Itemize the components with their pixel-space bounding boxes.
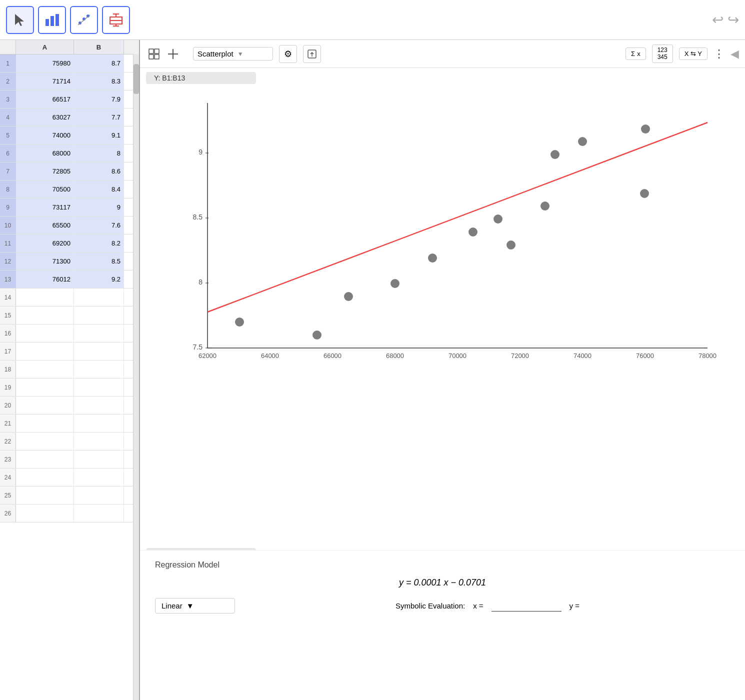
cell-a[interactable]: 73117 — [16, 198, 74, 216]
cell-a[interactable]: 76012 — [16, 270, 74, 288]
chart-type-dropdown[interactable]: Scatterplot ▼ — [193, 47, 273, 60]
cell-a[interactable]: 72805 — [16, 162, 74, 180]
cell-b[interactable]: 7.7 — [74, 108, 124, 126]
cell-a[interactable] — [16, 306, 74, 324]
cell-a[interactable] — [16, 486, 74, 504]
cell-b[interactable] — [74, 342, 124, 360]
cell-a[interactable] — [16, 288, 74, 306]
cell-b[interactable]: 8 — [74, 144, 124, 162]
scatter-tool-button[interactable] — [70, 6, 98, 34]
cell-b[interactable]: 7.6 — [74, 216, 124, 234]
settings-button[interactable]: ⚙ — [279, 45, 297, 63]
cell-a[interactable] — [16, 450, 74, 468]
cell-b[interactable]: 9.2 — [74, 270, 124, 288]
cell-b[interactable]: 7.9 — [74, 90, 124, 108]
cell-a[interactable] — [16, 396, 74, 414]
cell-a[interactable] — [16, 360, 74, 378]
table-row[interactable]: 11 69200 8.2 — [0, 234, 139, 252]
table-row[interactable]: 12 71300 8.5 — [0, 252, 139, 270]
more-options-button[interactable]: ⋮ — [714, 48, 724, 60]
cell-a[interactable]: 71714 — [16, 72, 74, 90]
table-row[interactable]: 15 — [0, 306, 139, 324]
table-row[interactable]: 18 — [0, 360, 139, 378]
cell-b[interactable] — [74, 306, 124, 324]
cell-b[interactable]: 9 — [74, 198, 124, 216]
table-row[interactable]: 17 — [0, 342, 139, 360]
cell-a[interactable] — [16, 432, 74, 450]
cell-a[interactable]: 71300 — [16, 252, 74, 270]
cell-a[interactable]: 74000 — [16, 126, 74, 144]
cell-a[interactable]: 66517 — [16, 90, 74, 108]
export-button[interactable] — [303, 45, 321, 63]
cell-a[interactable]: 68000 — [16, 144, 74, 162]
cell-b[interactable] — [74, 324, 124, 342]
table-row[interactable]: 21 — [0, 414, 139, 432]
table-row[interactable]: 3 66517 7.9 — [0, 90, 139, 108]
cell-b[interactable]: 8.4 — [74, 180, 124, 198]
table-row[interactable]: 14 — [0, 288, 139, 306]
table-row[interactable]: 24 — [0, 468, 139, 486]
table-row[interactable]: 19 — [0, 378, 139, 396]
y-axis-label[interactable]: Y: B1:B13 — [146, 72, 256, 84]
cell-a[interactable]: 63027 — [16, 108, 74, 126]
table-row[interactable]: 2 71714 8.3 — [0, 72, 139, 90]
box-tool-button[interactable] — [102, 6, 130, 34]
cell-a[interactable] — [16, 342, 74, 360]
table-row[interactable]: 8 70500 8.4 — [0, 180, 139, 198]
table-row[interactable]: 5 74000 9.1 — [0, 126, 139, 144]
vertical-scrollbar[interactable] — [133, 54, 139, 700]
table-row[interactable]: 23 — [0, 450, 139, 468]
cell-b[interactable] — [74, 432, 124, 450]
table-button[interactable]: 123345 — [652, 44, 673, 62]
sigma-button[interactable]: Σx — [626, 48, 646, 60]
undo-button[interactable]: ↩ — [712, 12, 724, 28]
swap-xy-button[interactable]: X ⇆ Y — [679, 48, 708, 60]
cell-a[interactable]: 65500 — [16, 216, 74, 234]
cell-b[interactable] — [74, 504, 124, 522]
col-a-header[interactable]: A — [16, 40, 74, 54]
select-tool-button[interactable] — [6, 6, 34, 34]
plus-icon-button[interactable] — [165, 46, 181, 62]
collapse-button[interactable]: ◀ — [730, 48, 739, 60]
cell-a[interactable] — [16, 378, 74, 396]
regression-type-dropdown[interactable]: Linear ▼ — [155, 598, 235, 614]
cell-a[interactable]: 69200 — [16, 234, 74, 252]
table-row[interactable]: 6 68000 8 — [0, 144, 139, 162]
grid-icon-button[interactable] — [146, 46, 162, 62]
cell-a[interactable] — [16, 504, 74, 522]
cell-b[interactable]: 8.7 — [74, 54, 124, 72]
table-row[interactable]: 1 75980 8.7 — [0, 54, 139, 72]
cell-b[interactable] — [74, 396, 124, 414]
table-row[interactable]: 16 — [0, 324, 139, 342]
redo-button[interactable]: ↪ — [728, 12, 739, 28]
cell-b[interactable] — [74, 486, 124, 504]
cell-a[interactable] — [16, 324, 74, 342]
cell-b[interactable] — [74, 450, 124, 468]
cell-a[interactable]: 75980 — [16, 54, 74, 72]
x-input[interactable] — [492, 600, 562, 612]
table-row[interactable]: 10 65500 7.6 — [0, 216, 139, 234]
cell-b[interactable]: 8.2 — [74, 234, 124, 252]
cell-b[interactable] — [74, 288, 124, 306]
cell-b[interactable] — [74, 414, 124, 432]
cell-a[interactable] — [16, 468, 74, 486]
table-row[interactable]: 7 72805 8.6 — [0, 162, 139, 180]
table-row[interactable]: 25 — [0, 486, 139, 504]
scrollbar-thumb[interactable] — [134, 64, 139, 94]
cell-b[interactable]: 8.5 — [74, 252, 124, 270]
cell-b[interactable]: 8.6 — [74, 162, 124, 180]
cell-b[interactable]: 9.1 — [74, 126, 124, 144]
table-row[interactable]: 22 — [0, 432, 139, 450]
table-row[interactable]: 4 63027 7.7 — [0, 108, 139, 126]
table-row[interactable]: 9 73117 9 — [0, 198, 139, 216]
table-row[interactable]: 13 76012 9.2 — [0, 270, 139, 288]
cell-a[interactable]: 70500 — [16, 180, 74, 198]
cell-b[interactable] — [74, 360, 124, 378]
table-row[interactable]: 20 — [0, 396, 139, 414]
bar-chart-tool-button[interactable] — [38, 6, 66, 34]
cell-b[interactable]: 8.3 — [74, 72, 124, 90]
cell-b[interactable] — [74, 468, 124, 486]
table-row[interactable]: 26 — [0, 504, 139, 522]
col-b-header[interactable]: B — [74, 40, 124, 54]
cell-a[interactable] — [16, 414, 74, 432]
